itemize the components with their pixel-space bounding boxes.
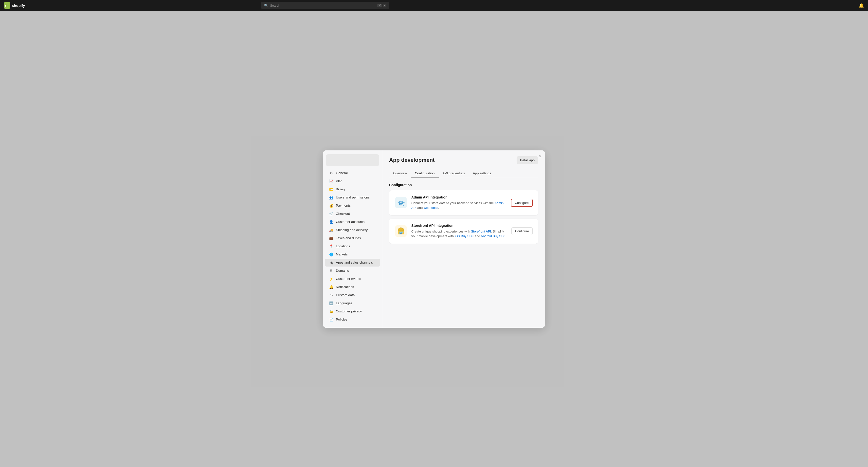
sidebar-item-custom-data[interactable]: 🗂 Custom data — [325, 291, 380, 299]
sidebar-item-payments[interactable]: 💰 Payments — [325, 202, 380, 210]
sidebar-label-shipping-delivery: Shipping and delivery — [336, 228, 368, 232]
sidebar-item-markets[interactable]: 🌐 Markets — [325, 250, 380, 258]
android-buy-sdk-link[interactable]: Android Buy SDK — [481, 234, 506, 238]
sidebar-icon-general: ⚙ — [329, 171, 333, 175]
sidebar-label-languages: Languages — [336, 301, 352, 305]
sidebar-item-billing[interactable]: 💳 Billing — [325, 185, 380, 193]
topbar-right: 🔔 — [859, 3, 864, 8]
sidebar-label-policies: Policies — [336, 318, 347, 321]
sidebar-label-taxes-duties: Taxes and duties — [336, 236, 361, 240]
sidebar-icon-shipping-delivery: 🚚 — [329, 228, 333, 232]
sidebar-icon-notifications: 🔔 — [329, 285, 333, 289]
page-header: App development Install app — [389, 156, 538, 164]
close-button[interactable]: × — [538, 154, 541, 159]
tab-configuration[interactable]: Configuration — [411, 169, 438, 178]
sidebar-icon-custom-data: 🗂 — [329, 293, 333, 298]
overlay-background: × ⚙ General 📈 Plan 💳 Billing 👥 Users and… — [0, 11, 868, 467]
storefront-api-configure-button[interactable]: Configure — [512, 227, 533, 235]
sidebar-item-users-permissions[interactable]: 👥 Users and permissions — [325, 193, 380, 201]
integration-cards: Admin API integration Connect your store… — [389, 190, 538, 244]
sidebar-label-users-permissions: Users and permissions — [336, 195, 370, 199]
sidebar-label-locations: Locations — [336, 244, 350, 248]
search-bar[interactable]: 🔍 ⌘ K — [261, 2, 390, 9]
card-admin-api: Admin API integration Connect your store… — [389, 190, 538, 215]
sidebar-item-general[interactable]: ⚙ General — [325, 169, 380, 177]
sidebar-item-customer-accounts[interactable]: 👤 Customer accounts — [325, 218, 380, 226]
sidebar-items-list: ⚙ General 📈 Plan 💳 Billing 👥 Users and p… — [323, 169, 382, 323]
admin-api-configure-button[interactable]: Configure — [511, 199, 533, 207]
sidebar-item-apps-sales-channels[interactable]: 🔌 Apps and sales channels — [325, 259, 380, 267]
sidebar-icon-domains: 🖥 — [329, 269, 333, 273]
ios-buy-sdk-link[interactable]: iOS Buy SDK — [455, 234, 474, 238]
sidebar-label-general: General — [336, 171, 348, 175]
sidebar-item-languages[interactable]: 🔤 Languages — [325, 299, 380, 307]
sidebar-item-shipping-delivery[interactable]: 🚚 Shipping and delivery — [325, 226, 380, 234]
storefront-api-title: Storefront API integration — [411, 224, 507, 227]
logo-text: shopify — [12, 3, 25, 8]
sidebar-item-domains[interactable]: 🖥 Domains — [325, 267, 380, 275]
shortcut-key2: K — [383, 4, 386, 7]
sidebar-icon-plan: 📈 — [329, 179, 333, 183]
app-development-modal: × ⚙ General 📈 Plan 💳 Billing 👥 Users and… — [323, 150, 545, 328]
svg-rect-7 — [398, 229, 404, 230]
admin-api-title: Admin API integration — [411, 195, 507, 199]
sidebar-label-customer-events: Customer events — [336, 277, 361, 281]
webhooks-link[interactable]: webhooks — [424, 206, 438, 210]
shopify-logo[interactable]: S shopify — [4, 2, 25, 9]
sidebar-logo-area — [326, 154, 379, 166]
sidebar-item-customer-events[interactable]: ⚡ Customer events — [325, 275, 380, 283]
sidebar-item-policies[interactable]: 📄 Policies — [325, 316, 380, 323]
main-content: App development Install app OverviewConf… — [382, 150, 545, 328]
storefront-api-link[interactable]: Storefront API — [471, 229, 491, 233]
sidebar-icon-payments: 💰 — [329, 204, 333, 208]
sidebar-icon-billing: 💳 — [329, 187, 333, 192]
sidebar-icon-apps-sales-channels: 🔌 — [329, 260, 333, 265]
sidebar-item-locations[interactable]: 📍 Locations — [325, 242, 380, 250]
sidebar-label-customer-privacy: Customer privacy — [336, 309, 362, 313]
search-shortcut: ⌘ K — [377, 4, 386, 7]
admin-api-body: Admin API integration Connect your store… — [411, 195, 507, 210]
svg-rect-10 — [401, 232, 403, 233]
storefront-api-body: Storefront API integration Create unique… — [411, 224, 507, 239]
sidebar-label-notifications: Notifications — [336, 285, 354, 289]
sidebar-icon-taxes-duties: 💼 — [329, 236, 333, 240]
topbar: S shopify 🔍 ⌘ K 🔔 — [0, 0, 868, 11]
sidebar-item-plan[interactable]: 📈 Plan — [325, 177, 380, 185]
notifications-bell-icon[interactable]: 🔔 — [859, 3, 864, 8]
sidebar-label-plan: Plan — [336, 179, 342, 183]
sidebar-label-apps-sales-channels: Apps and sales channels — [336, 260, 373, 264]
tab-app-settings[interactable]: App settings — [469, 169, 495, 178]
search-input[interactable] — [270, 4, 375, 7]
card-storefront-api: Storefront API integration Create unique… — [389, 219, 538, 244]
storefront-api-description: Create unique shopping experiences with … — [411, 229, 507, 239]
sidebar-icon-policies: 📄 — [329, 317, 333, 322]
tab-api-credentials[interactable]: API credentials — [439, 169, 469, 178]
sidebar-icon-locations: 📍 — [329, 244, 333, 249]
sidebar-label-customer-accounts: Customer accounts — [336, 220, 365, 224]
svg-rect-11 — [400, 233, 402, 234]
settings-sidebar: ⚙ General 📈 Plan 💳 Billing 👥 Users and p… — [323, 150, 382, 328]
sidebar-icon-users-permissions: 👥 — [329, 195, 333, 200]
tabs-bar: OverviewConfigurationAPI credentialsApp … — [389, 169, 538, 178]
admin-api-icon — [395, 196, 407, 209]
sidebar-label-domains: Domains — [336, 269, 349, 273]
sidebar-label-billing: Billing — [336, 187, 345, 191]
sidebar-icon-languages: 🔤 — [329, 301, 333, 306]
configuration-section-title: Configuration — [389, 183, 538, 187]
shortcut-key1: ⌘ — [377, 4, 382, 7]
sidebar-icon-customer-privacy: 🔒 — [329, 309, 333, 314]
install-app-button[interactable]: Install app — [517, 156, 538, 164]
sidebar-item-notifications[interactable]: 🔔 Notifications — [325, 283, 380, 291]
sidebar-icon-checkout: 🛒 — [329, 212, 333, 216]
svg-rect-2 — [395, 197, 407, 208]
sidebar-icon-customer-accounts: 👤 — [329, 220, 333, 224]
sidebar-item-taxes-duties[interactable]: 💼 Taxes and duties — [325, 234, 380, 242]
sidebar-label-custom-data: Custom data — [336, 293, 355, 297]
svg-text:S: S — [5, 4, 7, 8]
tab-overview[interactable]: Overview — [389, 169, 411, 178]
sidebar-item-checkout[interactable]: 🛒 Checkout — [325, 210, 380, 218]
sidebar-icon-customer-events: ⚡ — [329, 277, 333, 281]
sidebar-item-customer-privacy[interactable]: 🔒 Customer privacy — [325, 308, 380, 315]
search-icon: 🔍 — [264, 4, 268, 7]
sidebar-label-payments: Payments — [336, 204, 351, 207]
